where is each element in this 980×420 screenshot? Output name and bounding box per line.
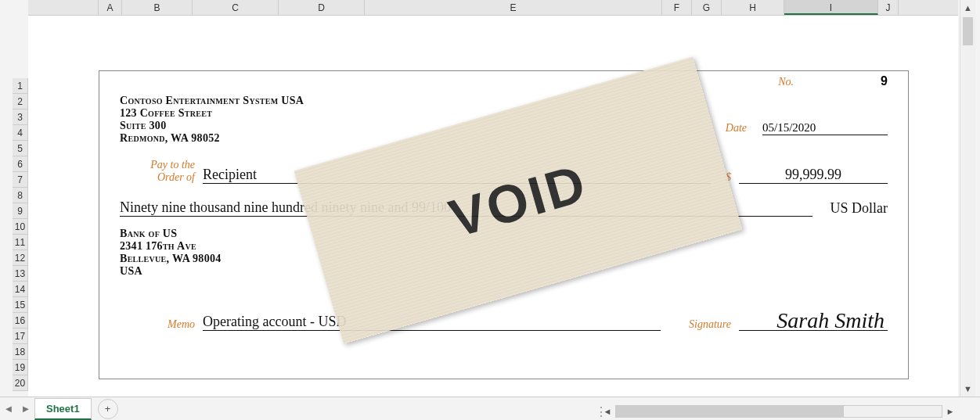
column-header-F[interactable]: F [662, 0, 692, 15]
scroll-right-icon[interactable]: ► [942, 407, 958, 416]
row-header-17[interactable]: 17 [13, 328, 28, 344]
row-header-20[interactable]: 20 [13, 375, 28, 391]
date-block: Date 05/15/2020 [726, 121, 888, 135]
row-headers: 1234567891011121314151617181920 [13, 78, 28, 391]
row-header-6[interactable]: 6 [13, 156, 28, 172]
hscroll-track[interactable] [615, 405, 942, 418]
column-header-I[interactable]: I [784, 0, 878, 15]
signature-value: Sarah Smith [776, 308, 885, 333]
date-value: 05/15/2020 [762, 121, 888, 135]
payto-line2: Order of [157, 171, 195, 183]
void-text: VOID [443, 152, 594, 249]
worksheet-area[interactable]: Contoso Entertainment System USA 123 Cof… [28, 16, 958, 397]
check-number-block: No. 9 [778, 74, 888, 88]
memo-label: Memo [120, 318, 195, 331]
pay-to-label: Pay to the Order of [120, 159, 195, 184]
date-label: Date [726, 122, 747, 135]
payer-name: Contoso Entertainment System USA [120, 95, 888, 107]
sheet-tab[interactable]: Sheet1 [34, 398, 92, 420]
row-header-10[interactable]: 10 [13, 219, 28, 235]
row-header-13[interactable]: 13 [13, 266, 28, 282]
check-number-label: No. [778, 76, 794, 88]
column-header-G[interactable]: G [692, 0, 722, 15]
check-document: Contoso Entertainment System USA 123 Cof… [99, 70, 909, 379]
scroll-left-icon[interactable]: ◄ [600, 407, 615, 416]
scroll-down-icon[interactable]: ▼ [960, 381, 975, 397]
row-header-12[interactable]: 12 [13, 250, 28, 266]
row-header-14[interactable]: 14 [13, 282, 28, 297]
row-header-11[interactable]: 11 [13, 235, 28, 250]
column-header-C[interactable]: C [193, 0, 279, 15]
row-header-15[interactable]: 15 [13, 297, 28, 313]
row-header-5[interactable]: 5 [13, 141, 28, 156]
vertical-scrollbar[interactable]: ▲ ▼ [960, 0, 975, 397]
column-header-H[interactable]: H [722, 0, 784, 15]
row-header-19[interactable]: 19 [13, 360, 28, 375]
signature-label: Signature [668, 318, 731, 331]
payto-line1: Pay to the [150, 159, 195, 171]
row-header-1[interactable]: 1 [13, 78, 28, 94]
row-header-3[interactable]: 3 [13, 109, 28, 125]
add-sheet-button[interactable]: + [98, 399, 118, 419]
check-number-value: 9 [825, 74, 888, 88]
row-header-18[interactable]: 18 [13, 344, 28, 360]
horizontal-scroll-thumb[interactable] [616, 406, 844, 417]
currency-label: US Dollar [817, 200, 888, 217]
horizontal-scrollbar[interactable]: ⋮ ◄ ► [595, 403, 958, 420]
row-header-7[interactable]: 7 [13, 172, 28, 188]
signature-line: Sarah Smith [739, 330, 888, 331]
column-header-A[interactable]: A [99, 0, 122, 15]
column-header-D[interactable]: D [279, 0, 365, 15]
row-header-16[interactable]: 16 [13, 313, 28, 328]
vertical-scroll-thumb[interactable] [963, 17, 973, 45]
amount-value: 99,999.99 [739, 167, 888, 184]
column-header-J[interactable]: J [878, 0, 899, 15]
column-header-B[interactable]: B [122, 0, 193, 15]
row-header-2[interactable]: 2 [13, 94, 28, 109]
tab-nav-prev-icon[interactable]: ◄ [0, 403, 17, 415]
tab-nav-next-icon[interactable]: ► [17, 403, 34, 415]
column-header-E[interactable]: E [365, 0, 662, 15]
column-headers: ABCDEFGHIJ [28, 0, 958, 16]
row-header-8[interactable]: 8 [13, 188, 28, 203]
row-header-4[interactable]: 4 [13, 125, 28, 141]
memo-signature-row: Memo Operating account - USD Signature S… [120, 314, 888, 331]
row-header-9[interactable]: 9 [13, 203, 28, 219]
scroll-up-icon[interactable]: ▲ [960, 0, 975, 16]
